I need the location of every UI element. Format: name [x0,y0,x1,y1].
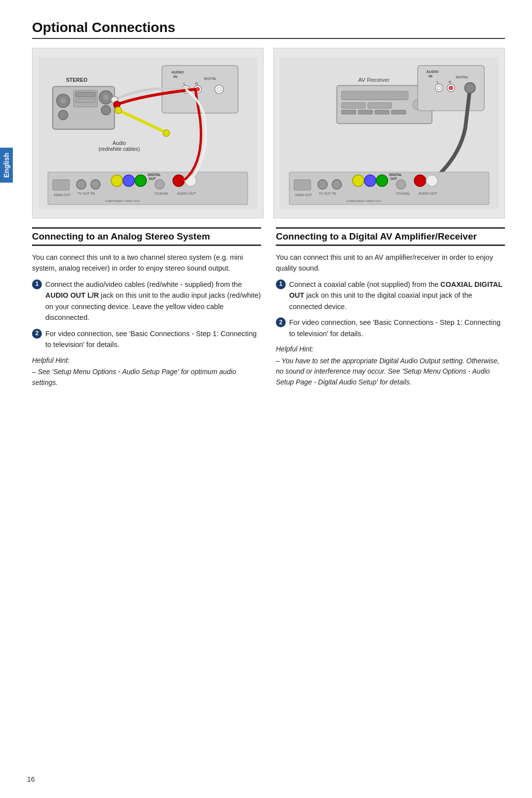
right-step-2-num: 2 [276,317,286,327]
left-step-1: 1 Connect the audio/video cables (red/wh… [32,279,261,323]
left-step-2-num: 2 [32,329,42,339]
right-content-col: Connecting to a Digital AV Amplifier/Rec… [276,227,505,388]
svg-rect-7 [75,92,96,97]
right-step-1-num: 1 [276,279,286,289]
left-section-title-bar: Connecting to an Analog Stereo System [32,227,261,246]
svg-text:STEREO: STEREO [66,77,88,83]
left-step-2: 2 For video connection, see 'Basic Conne… [32,328,261,350]
svg-text:DIGITAL: DIGITAL [148,173,161,176]
left-section-title: Connecting to an Analog Stereo System [32,231,261,243]
diagrams-row: STEREO AUDIO IN L [32,48,505,218]
right-hint-body: – You have to set the appropriate Digita… [276,357,499,386]
title-divider [32,38,505,39]
svg-text:Pb: Pb [332,192,336,195]
svg-text:Pb: Pb [91,192,95,195]
svg-text:AUDIO: AUDIO [171,70,184,74]
svg-text:(red/white cables): (red/white cables) [99,146,140,152]
svg-text:IN: IN [173,74,177,79]
left-hint-title: Helpful Hint: [32,355,261,366]
svg-point-27 [163,130,170,137]
svg-text:HDMI OUT: HDMI OUT [296,193,312,197]
svg-rect-52 [341,103,365,108]
right-step-1-bold: COAXIAL DIGITAL OUT [289,280,502,299]
svg-text:IN: IN [429,74,432,78]
svg-point-84 [396,180,405,189]
svg-rect-53 [368,103,392,108]
svg-point-77 [332,180,341,189]
svg-point-44 [173,175,184,186]
svg-point-23 [217,87,222,92]
svg-point-64 [437,86,441,90]
svg-rect-51 [341,91,408,100]
svg-text:OUT: OUT [390,177,398,180]
svg-text:COMPONENT VIDEO OUT: COMPONENT VIDEO OUT [346,200,381,203]
left-intro: You can connect this unit to a two chann… [32,252,261,274]
right-step-2-text: For video connection, see 'Basic Connect… [289,317,505,339]
left-step-1-bold: AUDIO OUT L/R [45,291,99,299]
english-tab-label: English [2,153,10,178]
svg-text:Audio: Audio [113,140,126,146]
svg-point-4 [60,98,66,104]
right-intro: You can connect this unit to an AV ampli… [276,252,505,274]
svg-text:DIGITAL: DIGITAL [456,75,468,79]
right-section-title-bar: Connecting to a Digital AV Amplifier/Rec… [276,227,505,246]
page-number: 16 [27,775,35,783]
svg-point-35 [91,180,100,189]
diagram-right: AV Receiver AUDIO IN L [273,48,505,218]
svg-text:COAXIAL: COAXIAL [155,192,169,195]
svg-text:DIGITAL: DIGITAL [204,77,217,80]
svg-text:AUDIO OUT: AUDIO OUT [419,192,437,195]
svg-point-80 [365,175,376,186]
svg-point-75 [318,180,327,189]
svg-point-37 [111,175,123,186]
left-helpful-hint: Helpful Hint: – See 'Setup Menu Options … [32,355,261,388]
svg-point-79 [353,175,364,186]
svg-text:HDMI OUT: HDMI OUT [54,193,70,197]
svg-text:AV Receiver: AV Receiver [358,77,390,83]
svg-rect-56 [358,110,372,114]
svg-text:AUDIO: AUDIO [426,69,438,74]
svg-point-71 [465,83,475,93]
svg-text:TV OUT: TV OUT [319,192,331,195]
left-step-2-text: For video connection, see 'Basic Connect… [45,328,261,350]
svg-point-33 [76,180,86,189]
right-helpful-hint: Helpful Hint: – You have to set the appr… [276,344,505,388]
svg-text:AUDIO OUT: AUDIO OUT [177,192,196,195]
svg-text:R: R [449,80,452,84]
svg-text:COMPONENT VIDEO OUT: COMPONENT VIDEO OUT [105,200,140,203]
svg-point-26 [115,107,122,114]
svg-point-38 [123,175,134,186]
right-step-2: 2 For video connection, see 'Basic Conne… [276,317,505,339]
svg-point-87 [426,175,437,186]
diagram-left-svg: STEREO AUDIO IN L [38,54,257,212]
right-section-title: Connecting to a Digital AV Amplifier/Rec… [276,231,505,243]
right-step-1-text: Connect a coaxial cable (not supplied) f… [289,279,505,312]
svg-rect-58 [392,110,406,114]
page-title: Optional Connections [32,20,505,35]
diagram-right-svg: AV Receiver AUDIO IN L [280,54,499,212]
svg-point-10 [102,94,109,101]
diagram-left: STEREO AUDIO IN L [32,48,264,218]
svg-point-67 [449,86,453,90]
left-content-col: Connecting to an Analog Stereo System Yo… [32,227,261,388]
left-hint-body: – See 'Setup Menu Options - Audio Setup … [32,368,236,386]
svg-rect-31 [53,180,69,190]
svg-rect-8 [75,99,96,103]
english-tab: English [0,148,13,183]
svg-rect-73 [294,180,311,190]
svg-point-42 [155,180,164,189]
svg-rect-55 [341,110,356,114]
svg-text:DIGITAL: DIGITAL [389,173,402,176]
svg-text:L: L [437,80,439,84]
svg-text:COAXIAL: COAXIAL [396,192,411,195]
svg-text:OUT: OUT [149,177,156,180]
svg-point-86 [414,175,426,186]
left-step-1-num: 1 [32,279,42,289]
left-step-1-text: Connect the audio/video cables (red/whit… [45,279,261,323]
svg-text:R: R [196,81,199,86]
svg-rect-57 [375,110,389,114]
svg-point-81 [376,175,388,186]
content-row: Connecting to an Analog Stereo System Yo… [32,227,505,388]
svg-text:TV OUT: TV OUT [77,192,90,195]
svg-point-39 [135,175,146,186]
